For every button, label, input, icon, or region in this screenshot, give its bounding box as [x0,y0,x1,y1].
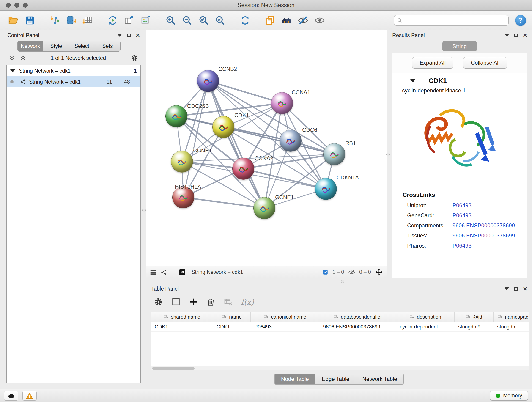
network-node-CDK1[interactable] [212,116,234,138]
network-node-CCNA2[interactable] [232,158,254,180]
open-session-button[interactable] [6,13,21,28]
crosslink-link[interactable]: P06493 [452,202,472,209]
network-node-CCNA1[interactable] [271,92,293,114]
tab-edge-table[interactable]: Edge Table [316,374,356,385]
table-cell[interactable]: P06493 [251,322,319,332]
cloud-button[interactable] [4,391,18,401]
import-table-from-file-button[interactable] [80,13,95,28]
export-image-button[interactable] [138,13,153,28]
zoom-window-button[interactable] [23,3,28,7]
column-header-namespac[interactable]: namespac [494,312,529,322]
table-options-button[interactable] [154,297,163,306]
import-network-from-file-button[interactable] [47,13,62,28]
network-node-CCNB2[interactable] [197,70,219,92]
column-header-canonical-name[interactable]: canonical name [251,312,319,322]
zoom-out-button[interactable] [180,13,195,28]
save-session-button[interactable] [22,13,37,28]
export-table-button[interactable] [122,13,137,28]
column-header-database-identifier[interactable]: database identifier [319,312,396,322]
tab-sets[interactable]: Sets [95,41,120,51]
collapse-all-networks-button[interactable] [9,55,15,61]
create-column-button[interactable] [189,297,198,306]
show-columns-button[interactable] [171,297,181,306]
zoom-selected-button[interactable] [213,13,228,28]
table-cell[interactable]: CDK1 [213,322,251,332]
scrollbar-thumb[interactable] [152,367,195,370]
tab-select[interactable]: Select [69,41,95,51]
table-cell[interactable]: CDK1 [151,322,213,332]
zoom-fit-button[interactable] [196,13,211,28]
panel-close-icon[interactable]: × [136,32,140,39]
crosslink-link[interactable]: 9606.ENSP00000378699 [452,222,515,229]
bottom-splitter-handle[interactable] [341,280,344,283]
import-network-from-database-button[interactable] [64,13,79,28]
left-splitter-handle[interactable] [142,209,146,212]
table-cell[interactable]: cyclin-dependent ... [396,322,455,332]
birds-eye-view-button[interactable] [150,269,157,276]
expand-all-networks-button[interactable] [20,55,26,61]
network-node-CCNE1[interactable] [253,197,275,219]
panel-float-icon[interactable] [127,34,131,37]
table-horizontal-scrollbar[interactable] [151,366,529,370]
close-window-button[interactable] [6,3,11,7]
panel-close-icon[interactable]: × [523,286,527,292]
crosslink-link[interactable]: P06493 [452,242,472,249]
refresh-layout-button[interactable] [238,13,253,28]
network-row[interactable]: String Network – cdk1 11 48 [7,76,140,87]
network-node-CDC25B[interactable] [165,105,187,127]
visibility-toggle-button[interactable] [312,13,327,28]
tab-node-table[interactable]: Node Table [274,374,316,385]
table-cell[interactable]: 9606.ENSP00000378699 [319,322,396,332]
tree-expander-icon[interactable] [10,70,15,72]
table-cell[interactable]: stringdb:9... [455,322,494,332]
fit-selected-button[interactable] [375,268,383,276]
column-header--id[interactable]: @id [455,312,494,322]
table-row[interactable]: CDK1CDK1P064939606.ENSP00000378699cyclin… [151,322,529,332]
panel-float-icon[interactable] [514,287,518,291]
panel-menu-icon[interactable] [117,34,122,37]
network-node-CDC6[interactable] [279,130,302,152]
gene-section-header[interactable]: CDK1 [393,73,527,87]
column-header-description[interactable]: description [396,312,455,322]
network-node-CDKN1A[interactable] [315,178,337,200]
warnings-button[interactable] [22,391,37,401]
zoom-in-button[interactable] [163,13,178,28]
minimize-window-button[interactable] [14,3,19,7]
copy-document-button[interactable] [263,13,278,28]
network-node-RB1[interactable] [323,143,345,165]
network-node-CCNB1[interactable] [171,151,193,172]
network-collection-row[interactable]: String Network – cdk1 1 [7,65,140,76]
tab-network[interactable]: Network [18,41,43,51]
tab-network-table[interactable]: Network Table [356,374,404,385]
panel-float-icon[interactable] [514,34,518,37]
crosslink-link[interactable]: P06493 [452,212,472,219]
right-splitter-handle[interactable] [386,153,390,156]
detach-view-button[interactable] [178,268,186,276]
panel-close-icon[interactable]: × [523,32,527,39]
delete-column-button[interactable] [206,297,215,306]
panel-menu-icon[interactable] [505,287,509,290]
crosslink-link[interactable]: 9606.ENSP00000378699 [452,232,515,239]
search-input[interactable] [405,17,506,23]
help-button[interactable]: ? [515,15,526,26]
memory-button[interactable]: Memory [490,391,528,401]
collapse-all-button[interactable]: Collapse All [463,57,507,69]
node-label-CDKN1A: CDKN1A [336,174,359,181]
table-cell[interactable]: stringdb [494,322,529,332]
expand-all-button[interactable]: Expand All [412,57,453,69]
column-header-shared-name[interactable]: shared name [151,312,213,322]
glass-effect-toggle-button[interactable] [296,13,310,28]
string-home-button[interactable] [279,13,294,28]
network-canvas[interactable]: CCNB2CCNA1CDC25BCDK1CDC6RB1CCNB1CCNA2CDK… [146,31,386,266]
tab-string[interactable]: String [443,41,477,51]
hidden-elements-icon[interactable] [348,269,355,276]
function-builder-button[interactable]: f(x) [241,298,254,306]
network-selection-status: 1 of 1 Network selected [31,55,126,61]
network-options-button[interactable] [131,54,138,62]
collapse-section-icon[interactable] [410,79,415,83]
panel-menu-icon[interactable] [505,34,509,37]
column-header-name[interactable]: name [213,312,251,322]
selected-nodes-checkbox-icon[interactable] [322,269,328,275]
tab-style[interactable]: Style [43,41,69,51]
export-network-button[interactable] [105,13,120,28]
